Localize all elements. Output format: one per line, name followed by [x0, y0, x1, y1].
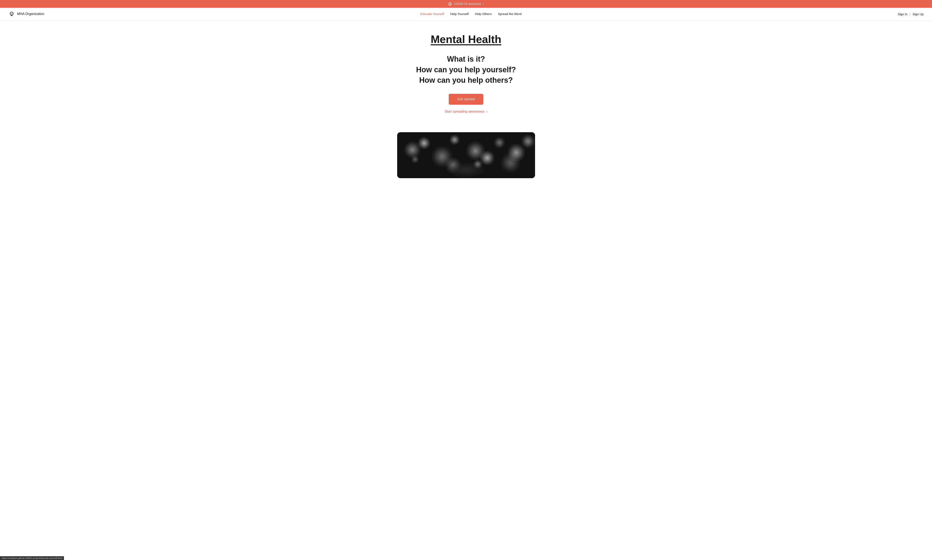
- navbar: MHA Organization Educate Yourself Help Y…: [0, 8, 932, 20]
- svg-point-1: [11, 13, 11, 14]
- question-1: What is it?: [376, 54, 556, 64]
- sign-in-link[interactable]: Sign In: [898, 12, 907, 16]
- bokeh-effect: [397, 132, 535, 178]
- nav-links: Educate Yourself Help Yourself Help Othe…: [420, 12, 521, 16]
- info-icon: ℹ: [448, 2, 452, 6]
- brand-icon: [8, 11, 15, 17]
- brand-logo[interactable]: MHA Organization: [8, 11, 44, 17]
- get-started-button[interactable]: Get started: [449, 94, 483, 105]
- nav-educate-yourself[interactable]: Educate Yourself: [420, 12, 444, 16]
- nav-spread-the-word[interactable]: Spread the Word: [498, 12, 521, 16]
- spread-awareness-link[interactable]: Start spreading awareness ›: [376, 110, 556, 114]
- question-2: How can you help yourself?: [376, 65, 556, 75]
- nav-help-yourself[interactable]: Help Yourself: [450, 12, 469, 16]
- nav-help-others[interactable]: Help Others: [475, 12, 492, 16]
- covid-banner-arrow: ›: [483, 2, 484, 5]
- hero-questions: What is it? How can you help yourself? H…: [376, 54, 556, 85]
- spread-awareness-text: Start spreading awareness: [444, 110, 484, 113]
- svg-point-2: [12, 13, 13, 14]
- auth-divider: |: [910, 12, 910, 16]
- brand-name: MHA Organization: [17, 12, 44, 16]
- spread-awareness-chevron: ›: [486, 110, 487, 113]
- covid-banner[interactable]: ℹ COVID-19 resources ›: [0, 0, 932, 8]
- image-section: [393, 132, 539, 178]
- nav-auth: Sign In | Sign Up: [898, 12, 924, 16]
- question-3: How can you help others?: [376, 75, 556, 85]
- sign-up-link[interactable]: Sign Up: [913, 12, 924, 16]
- hero-section: Mental Health What is it? How can you he…: [372, 20, 560, 132]
- page-title: Mental Health: [376, 33, 556, 46]
- svg-point-0: [10, 12, 13, 15]
- hero-image: [397, 132, 535, 178]
- covid-banner-text: COVID-19 resources: [454, 2, 481, 5]
